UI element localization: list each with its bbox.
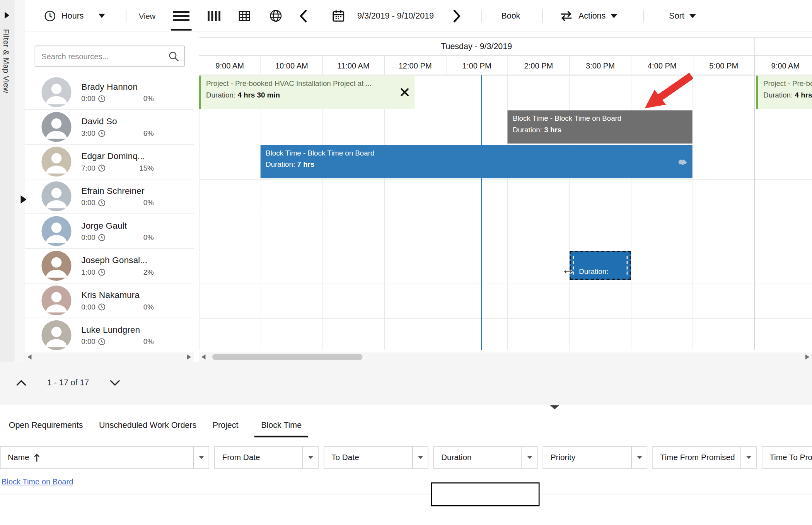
resize-handle-right[interactable] — [627, 256, 628, 275]
page-down-icon[interactable] — [110, 380, 120, 386]
resource-row[interactable]: Joseph Gonsal... 1:00 2% — [25, 249, 194, 284]
book-button[interactable]: Book — [501, 11, 520, 21]
panel-splitter[interactable] — [0, 405, 812, 409]
filter-map-label[interactable]: Filter & Map View — [2, 29, 11, 93]
prev-period-button[interactable] — [299, 9, 307, 22]
resource-panel-handle-icon[interactable] — [20, 195, 27, 206]
view-grid-button[interactable] — [234, 5, 255, 26]
scroll-right-icon[interactable] — [803, 352, 812, 362]
avatar — [41, 286, 72, 316]
scroll-right-icon[interactable] — [184, 352, 194, 362]
avatar — [41, 320, 72, 351]
column-header-from-date[interactable]: From Date — [214, 446, 318, 469]
resource-row[interactable]: David So 3:00 6% — [25, 110, 194, 145]
resource-name: Luke Lundgren — [81, 325, 154, 335]
clock-icon — [98, 129, 106, 137]
column-header-duration[interactable]: Duration — [433, 446, 537, 469]
chevron-down-icon — [611, 14, 618, 18]
column-header-time-from-promised[interactable]: Time From Promised — [652, 446, 756, 469]
resource-row[interactable]: Kris Nakamura 0:00 0% — [25, 284, 194, 318]
calendar-icon[interactable] — [328, 5, 349, 26]
resource-name: Jorge Gault — [81, 221, 154, 231]
column-menu-button[interactable] — [631, 446, 647, 468]
column-header-to-date[interactable]: To Date — [324, 446, 428, 469]
scroll-left-icon[interactable] — [199, 352, 208, 362]
avatar — [41, 77, 72, 108]
resource-hours: 0:00 — [81, 233, 95, 241]
column-label: Name — [8, 453, 29, 462]
schedule-grid: Tuesday - 9/3/2019 9:00 AM 10:00 AM 11:0… — [199, 37, 812, 350]
tab-project[interactable]: Project — [213, 421, 239, 437]
time-slot: 9:00 AM — [199, 56, 261, 75]
bottom-panel: Open Requirements Unscheduled Work Order… — [0, 409, 812, 525]
toolbar: Hours View 9/3/2019 - 9/10/2019 — [25, 0, 812, 32]
tab-block-time[interactable]: Block Time — [254, 421, 309, 437]
duration-input[interactable] — [431, 482, 539, 506]
date-range[interactable]: 9/3/2019 - 9/10/2019 — [357, 11, 434, 21]
column-menu-button[interactable] — [412, 446, 428, 468]
tab-unscheduled-work-orders[interactable]: Unscheduled Work Orders — [99, 421, 196, 437]
search-input[interactable] — [35, 46, 185, 67]
view-columns-button[interactable] — [203, 5, 224, 26]
duration-value: 7 hrs — [297, 160, 314, 168]
resource-hours: 0:00 — [81, 337, 95, 345]
resource-row[interactable]: Jorge Gault 0:00 0% — [25, 214, 194, 249]
clock-icon — [98, 338, 106, 345]
clock-icon — [98, 94, 106, 102]
column-label: Time To Promised — [769, 453, 812, 462]
scheduler-app: Filter & Map View Hours View — [0, 0, 812, 525]
avatar — [41, 251, 72, 281]
scrollbar-thumb[interactable] — [212, 354, 362, 360]
resource-row[interactable]: Luke Lundgren 0:00 0% — [25, 318, 194, 350]
event-block-edgar[interactable]: Block Time - Block Time on Board Duratio… — [261, 145, 693, 178]
time-slot: 12:00 PM — [384, 56, 446, 75]
event-project-next-day[interactable]: Project - Pre-booked HVAC Installation P… — [756, 76, 812, 109]
scroll-left-icon[interactable] — [25, 352, 34, 362]
resource-row[interactable]: Efrain Schreiner 0:00 0% — [25, 179, 194, 214]
resource-hours: 1:00 — [81, 268, 95, 276]
current-time-line — [481, 75, 482, 350]
resource-row[interactable]: Edgar Dominq... 7:00 15% — [25, 145, 194, 180]
column-menu-button[interactable] — [193, 446, 209, 468]
avatar — [41, 112, 72, 142]
clock-icon — [98, 164, 106, 172]
duration-label: Duration: — [763, 91, 793, 99]
event-title: Block Time - Block Time on Board — [266, 148, 687, 159]
actions-dropdown[interactable]: Actions — [559, 10, 618, 21]
resource-hours: 3:00 — [81, 129, 95, 137]
clock-icon — [43, 9, 56, 22]
close-icon[interactable] — [400, 87, 409, 97]
hours-dropdown[interactable]: Hours — [43, 9, 105, 22]
sort-dropdown[interactable]: Sort — [669, 11, 696, 21]
view-map-button[interactable] — [265, 5, 286, 26]
schedule-body[interactable]: Project - Pre-booked HVAC Installation P… — [199, 75, 812, 350]
time-slot: 5:00 PM — [693, 56, 754, 75]
column-menu-button[interactable] — [740, 446, 756, 468]
event-dragging-joseph[interactable]: Duration: ↔ — [570, 251, 631, 280]
actions-label: Actions — [578, 11, 606, 21]
table-header: Name From Date To Date Duration Priority — [0, 446, 812, 469]
search-icon[interactable] — [168, 51, 179, 62]
event-title: Project - Pre-booked HVAC Installation P… — [206, 78, 409, 89]
page-up-icon[interactable] — [16, 380, 27, 386]
resource-hours: 7:00 — [81, 164, 95, 172]
event-project-brady[interactable]: Project - Pre-booked HVAC Installation P… — [199, 76, 415, 109]
resource-name: Efrain Schreiner — [81, 186, 154, 197]
column-header-name[interactable]: Name — [0, 446, 209, 469]
tab-open-requirements[interactable]: Open Requirements — [9, 421, 83, 437]
expand-rail-icon[interactable] — [4, 11, 10, 21]
column-header-priority[interactable]: Priority — [543, 446, 648, 469]
next-period-button[interactable] — [453, 9, 461, 22]
column-menu-button[interactable] — [522, 446, 537, 468]
resource-row[interactable]: Brady Hannon 0:00 0% — [25, 75, 194, 110]
bottom-tabs: Open Requirements Unscheduled Work Order… — [9, 421, 812, 437]
collapse-bottom-panel-icon[interactable] — [550, 405, 559, 409]
resource-utilization: 0% — [143, 198, 154, 207]
avatar — [41, 216, 72, 246]
column-header-time-to-promised[interactable]: Time To Promised — [762, 446, 812, 469]
view-gantt-button[interactable] — [171, 5, 192, 26]
column-menu-button[interactable] — [302, 446, 318, 468]
event-block-david[interactable]: Block Time - Block Time on Board Duratio… — [507, 110, 692, 144]
divider — [126, 10, 126, 22]
record-link[interactable]: Block Time on Board — [2, 477, 73, 486]
